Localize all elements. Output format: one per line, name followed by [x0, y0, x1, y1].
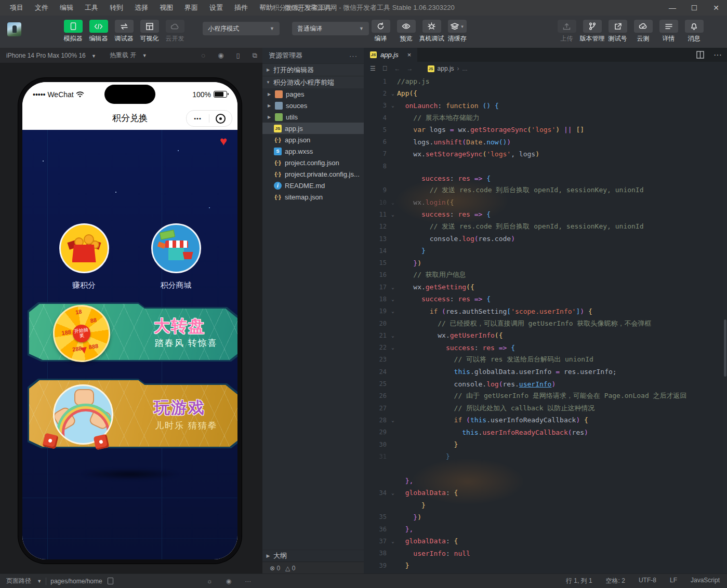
- outline-list-icon[interactable]: ☰: [370, 65, 376, 72]
- more-menu-button[interactable]: •••: [187, 115, 209, 122]
- fold-chevron-icon[interactable]: ⌄: [389, 103, 397, 108]
- code-line[interactable]: success: res => {: [364, 172, 723, 184]
- simulator-button[interactable]: 模拟器: [60, 20, 86, 43]
- hot-reload-toggle[interactable]: 热重载 开 ▼: [110, 51, 147, 60]
- menu-设置[interactable]: 设置: [205, 2, 228, 14]
- fold-chevron-icon[interactable]: ⌄: [389, 490, 397, 496]
- clear-cache-button[interactable]: ▾清缓存: [444, 20, 470, 43]
- code-line[interactable]: 17⌄ wx.getSetting({: [364, 281, 723, 293]
- code-line[interactable]: 8: [364, 160, 723, 172]
- code-line[interactable]: 27 // 所以此处加入 callback 以防止这种情况: [364, 402, 723, 414]
- fold-chevron-icon[interactable]: ⌄: [389, 345, 397, 350]
- fold-chevron-icon[interactable]: ⌄: [389, 200, 397, 205]
- code-line[interactable]: 37⌄ globalData: {: [364, 535, 723, 547]
- file-app.js[interactable]: JSapp.js: [262, 123, 364, 134]
- banner-play-game[interactable]: 玩游戏 儿时乐 猜猜拳: [29, 380, 237, 447]
- encoding-setting[interactable]: UTF-8: [639, 577, 656, 585]
- fold-chevron-icon[interactable]: ⌄: [389, 418, 397, 423]
- fold-chevron-icon[interactable]: ⌄: [389, 333, 397, 338]
- file-app.wxss[interactable]: Sapp.wxss: [262, 145, 364, 157]
- file-utils[interactable]: ▶utils: [262, 111, 364, 123]
- code-line[interactable]: 4 // 展示本地存储能力: [364, 112, 723, 124]
- file-sitemap.json[interactable]: {·}sitemap.json: [262, 191, 364, 203]
- code-line[interactable]: 29 this.userInfoReadyCallback(res): [364, 426, 723, 438]
- code-line[interactable]: 25 console.log(res.userInfo): [364, 378, 723, 390]
- menu-视图[interactable]: 视图: [155, 2, 178, 14]
- device-frame-icon[interactable]: ▯: [236, 51, 240, 60]
- file-project.config.json[interactable]: {·}project.config.json: [262, 157, 364, 168]
- code-line[interactable]: 7 wx.setStorageSync('logs', logs): [364, 148, 723, 160]
- compile-button[interactable]: 编译: [368, 20, 393, 43]
- code-line[interactable]: 24 this.globalData.userInfo = res.userIn…: [364, 366, 723, 378]
- visualize-button[interactable]: 可视化: [137, 20, 162, 43]
- language-mode[interactable]: JavaScript: [691, 577, 720, 585]
- code-line[interactable]: 19⌄ if (res.authSetting['scope.userInfo'…: [364, 305, 723, 317]
- code-line[interactable]: },: [364, 475, 723, 487]
- code-line[interactable]: 39 }: [364, 559, 723, 571]
- vconsole-icon[interactable]: ☼: [207, 578, 213, 585]
- code-line[interactable]: 38 userInfo: null: [364, 547, 723, 559]
- menu-微信开发者工具[interactable]: 微信开发者工具: [280, 2, 336, 14]
- fold-chevron-icon[interactable]: ⌄: [389, 539, 397, 544]
- file-souces[interactable]: ▶souces: [262, 100, 364, 111]
- file-app.json[interactable]: {·}app.json: [262, 134, 364, 145]
- mode-select[interactable]: 小程序模式▼: [203, 22, 280, 35]
- close-miniprogram-button[interactable]: [209, 114, 232, 124]
- warnings-count[interactable]: △ 0: [285, 565, 295, 572]
- code-line[interactable]: 30 }: [364, 438, 723, 450]
- code-line[interactable]: 22⌄ success: res => {: [364, 342, 723, 354]
- fold-chevron-icon[interactable]: ⌄: [389, 297, 397, 302]
- cursor-position[interactable]: 行 1, 列 1: [566, 577, 592, 585]
- code-line[interactable]: 34⌄ globalData: {: [364, 487, 723, 499]
- errors-count[interactable]: ⊗ 0: [270, 565, 280, 572]
- code-line[interactable]: 23 // 可以将 res 发送给后台解码出 unionId: [364, 354, 723, 366]
- compile-mode-select[interactable]: 普通编译▼: [292, 22, 369, 35]
- device-select[interactable]: iPhone 14 Pro Max 100% 16 ▼: [0, 52, 96, 59]
- code-line[interactable]: [364, 463, 723, 475]
- version-control-button[interactable]: 版本管理: [579, 20, 605, 43]
- current-page-path[interactable]: pages/home/home: [50, 578, 102, 585]
- code-line[interactable]: 18⌄ success: res => {: [364, 293, 723, 305]
- menu-帮助[interactable]: 帮助: [255, 2, 277, 14]
- code-line[interactable]: 6 logs.unshift(Date.now()): [364, 136, 723, 148]
- cloud-test-button[interactable]: 云测: [630, 20, 656, 43]
- code-line[interactable]: 20 // 已经授权，可以直接调用 getUserInfo 获取头像昵称，不会弹…: [364, 317, 723, 329]
- code-line[interactable]: 12 // 发送 res.code 到后台换取 openId, sessionK…: [364, 221, 723, 233]
- code-line[interactable]: 13 console.log(res.code): [364, 233, 723, 245]
- details-button[interactable]: 详情: [656, 20, 681, 43]
- split-editor-icon[interactable]: [696, 51, 704, 59]
- indent-setting[interactable]: 空格: 2: [606, 577, 625, 585]
- code-line[interactable]: 9 // 发送 res.code 到后台换取 openId, sessionKe…: [364, 184, 723, 196]
- entry-earn-points[interactable]: 赚积分: [59, 223, 109, 290]
- menu-转到[interactable]: 转到: [105, 2, 128, 14]
- back-icon[interactable]: ←: [394, 65, 401, 72]
- code-line[interactable]: 31 }: [364, 450, 723, 462]
- file-README.md[interactable]: iREADME.md: [262, 180, 364, 191]
- copy-path-icon[interactable]: [108, 578, 113, 584]
- editor-more-icon[interactable]: ···: [713, 50, 722, 60]
- fold-chevron-icon[interactable]: ⌄: [389, 91, 397, 96]
- close-tab-icon[interactable]: ×: [407, 51, 412, 59]
- page-path-select[interactable]: 页面路径 ▼: [6, 577, 42, 585]
- code-line[interactable]: 35 }): [364, 511, 723, 523]
- test-account-button[interactable]: 测试号: [605, 20, 630, 43]
- maximize-button[interactable]: ☐: [683, 0, 705, 16]
- code-area[interactable]: 1//app.js2⌄App({3⌄ onLaunch: function ()…: [364, 75, 723, 574]
- debugger-button[interactable]: 调试器: [111, 20, 137, 43]
- menu-工具[interactable]: 工具: [80, 2, 103, 14]
- remote-debug-button[interactable]: 真机调试: [419, 20, 444, 43]
- editor-scrollbar[interactable]: [723, 75, 727, 574]
- code-line[interactable]: 3⌄ onLaunch: function () {: [364, 100, 723, 112]
- code-line[interactable]: 14 }: [364, 245, 723, 257]
- code-line[interactable]: 16 // 获取用户信息: [364, 269, 723, 281]
- fold-chevron-icon[interactable]: ⌄: [389, 285, 397, 290]
- entry-points-mall[interactable]: 积分商城: [151, 223, 201, 290]
- file-project.private.config.js...[interactable]: {·}project.private.config.js...: [262, 168, 364, 180]
- file-pages[interactable]: ▶pages: [262, 88, 364, 100]
- code-line[interactable]: 28⌄ if (this.userInfoReadyCallback) {: [364, 414, 723, 426]
- explorer-section-0[interactable]: ▶打开的编辑器: [262, 63, 364, 76]
- fold-chevron-icon[interactable]: ⌄: [389, 309, 397, 314]
- editor-button[interactable]: 编辑器: [86, 20, 111, 43]
- code-line[interactable]: 36 },: [364, 523, 723, 535]
- menu-选择[interactable]: 选择: [130, 2, 153, 14]
